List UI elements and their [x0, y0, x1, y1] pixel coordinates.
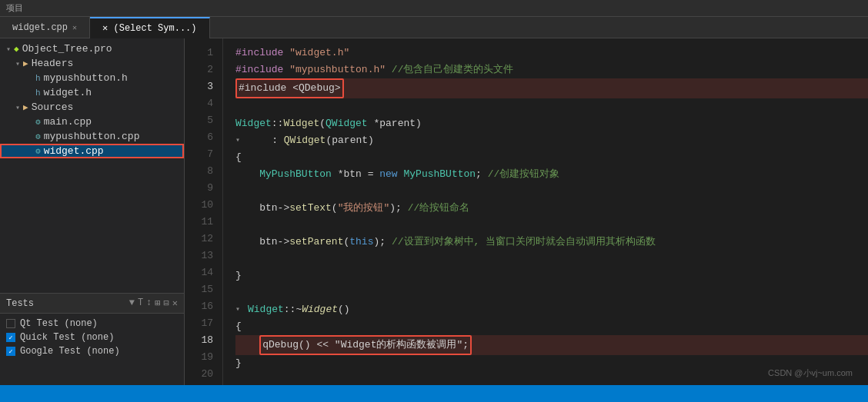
code-token: parent): [379, 115, 422, 132]
code-line: [235, 284, 868, 301]
code-token: [235, 337, 259, 354]
line-number: 8: [185, 163, 222, 180]
code-line: ▾ : QWidget(parent): [235, 132, 868, 149]
tree-item-sources[interactable]: ▾▶Sources: [0, 100, 184, 115]
code-line: #include <QDebug>: [235, 78, 868, 98]
sort-icon[interactable]: ↕: [146, 297, 152, 309]
code-token: Widget: [248, 301, 284, 318]
line-number: 9: [185, 180, 222, 197]
code-token: MyPushBUtton: [403, 166, 476, 183]
tree-item-widget_h[interactable]: hwidget.h: [0, 85, 184, 100]
code-token: btn->: [259, 234, 289, 251]
code-line: MyPushBUtton *btn = new MyPushBUtton; //…: [235, 166, 868, 183]
line-number: 11: [185, 214, 222, 231]
code-line: {: [235, 149, 868, 166]
line-number: 5: [185, 112, 222, 129]
code-token: (: [319, 115, 326, 132]
code-token: QWidget: [326, 115, 368, 132]
tab-select[interactable]: ✕ (Select Sym...): [90, 17, 209, 38]
highlighted-code: qDebug() << "Widget的析构函数被调用";: [259, 335, 472, 355]
code-token: //设置到对象树中, 当窗口关闭时就会自动调用其析构函数: [386, 234, 656, 251]
expand-icon[interactable]: ⊞: [155, 297, 160, 309]
code-token: ): [373, 234, 379, 251]
test-item[interactable]: Qt Test (none): [6, 317, 178, 331]
code-token: parent): [332, 132, 374, 149]
code-line: {: [235, 318, 868, 335]
sidebar-tree[interactable]: ▾◆Object_Tree.pro▾▶Headershmypushbutton.…: [0, 38, 184, 293]
code-token: QWidget: [284, 132, 326, 149]
line-number: 4: [185, 95, 222, 112]
code-line: ▾Widget::~Widget(): [235, 301, 868, 318]
line-number: 2: [185, 61, 222, 78]
code-line: Widget::Widget(QWidget *parent): [235, 115, 868, 132]
test-item[interactable]: Google Test (none): [6, 344, 178, 358]
code-line: [235, 183, 868, 200]
code-token: Widget: [302, 301, 338, 318]
code-token: ::~: [284, 301, 302, 318]
line-number: 12: [185, 231, 222, 248]
line-number: 6: [185, 129, 222, 146]
sidebar: ▾◆Object_Tree.pro▾▶Headershmypushbutton.…: [0, 38, 185, 385]
code-token: new: [379, 166, 397, 183]
code-token: btn =: [343, 166, 379, 183]
sidebar-bottom-icons: ▼ T ↕ ⊞ ⊟ ✕: [129, 297, 178, 309]
sidebar-bottom-panel: Tests ▼ T ↕ ⊞ ⊟ ✕ Qt Test (none)Quick Te…: [0, 293, 184, 385]
test-icon[interactable]: T: [138, 297, 143, 309]
tab-bar: widget.cpp ✕ ✕ (Select Sym...): [0, 17, 868, 38]
tree-item-widget_cpp[interactable]: ⚙widget.cpp: [0, 144, 184, 158]
code-token: this: [349, 234, 373, 251]
code-token: (): [338, 301, 350, 318]
tree-item-headers[interactable]: ▾▶Headers: [0, 56, 184, 71]
test-checkbox[interactable]: [6, 319, 15, 328]
line-number: 14: [185, 264, 222, 281]
collapse-icon[interactable]: ⊟: [164, 297, 169, 309]
code-token: "widget.h": [289, 45, 349, 61]
close-icon[interactable]: ✕: [172, 297, 178, 309]
tree-item-mypushbutton_cpp[interactable]: ⚙mypushbutton.cpp: [0, 129, 184, 144]
code-token: #include: [235, 61, 289, 78]
code-token: //给按钮命名: [402, 200, 469, 217]
line-number: 13: [185, 248, 222, 264]
code-token: [235, 200, 259, 217]
line-number: 17: [185, 315, 222, 332]
sidebar-bottom-header: Tests ▼ T ↕ ⊞ ⊟ ✕: [0, 294, 184, 314]
code-token: //创建按钮对象: [482, 166, 559, 183]
main-area: ▾◆Object_Tree.pro▾▶Headershmypushbutton.…: [0, 38, 868, 385]
fold-arrow-icon[interactable]: ▾: [235, 132, 245, 149]
code-token: }: [235, 267, 242, 284]
test-checkbox[interactable]: [6, 333, 15, 342]
tab-widgetcpp[interactable]: widget.cpp ✕: [0, 17, 90, 38]
code-token: #include: [235, 45, 289, 61]
filter-icon[interactable]: ▼: [129, 297, 135, 309]
line-number: 16: [185, 298, 222, 315]
sidebar-bottom-content: Qt Test (none)Quick Test (none)Google Te…: [0, 314, 184, 361]
code-lines[interactable]: #include "widget.h"#include "mypushbutto…: [223, 38, 868, 385]
test-label: Qt Test (none): [20, 318, 98, 329]
code-token: //包含自己创建类的头文件: [386, 61, 513, 78]
tree-item-root[interactable]: ▾◆Object_Tree.pro: [0, 42, 184, 56]
test-item[interactable]: Quick Test (none): [6, 331, 178, 344]
line-number: 7: [185, 146, 222, 163]
code-line: #include "widget.h": [235, 45, 868, 61]
code-token: }: [235, 355, 242, 372]
code-token: (: [326, 132, 332, 149]
line-numbers: 1234567891011121314151617181920: [185, 38, 223, 385]
code-token: Widget: [235, 115, 272, 132]
tab-label: widget.cpp: [12, 22, 68, 33]
fold-arrow-icon[interactable]: ▾: [235, 301, 245, 318]
code-token: "mypushbutton.h": [289, 61, 386, 78]
line-number: 15: [185, 281, 222, 298]
code-area: 1234567891011121314151617181920 #include…: [185, 38, 868, 385]
code-token: btn->: [259, 200, 289, 217]
tab-close-icon[interactable]: ✕: [72, 23, 77, 32]
line-number: 10: [185, 197, 222, 214]
code-token: setText: [289, 200, 332, 217]
line-number: 18: [185, 332, 222, 349]
code-token: [235, 234, 259, 251]
tree-item-mypushbutton_h[interactable]: hmypushbutton.h: [0, 71, 184, 85]
test-checkbox[interactable]: [6, 347, 15, 356]
tree-item-main_cpp[interactable]: ⚙main.cpp: [0, 115, 184, 129]
line-number: 1: [185, 45, 222, 61]
code-token: ::: [272, 115, 284, 132]
code-line: [235, 251, 868, 267]
